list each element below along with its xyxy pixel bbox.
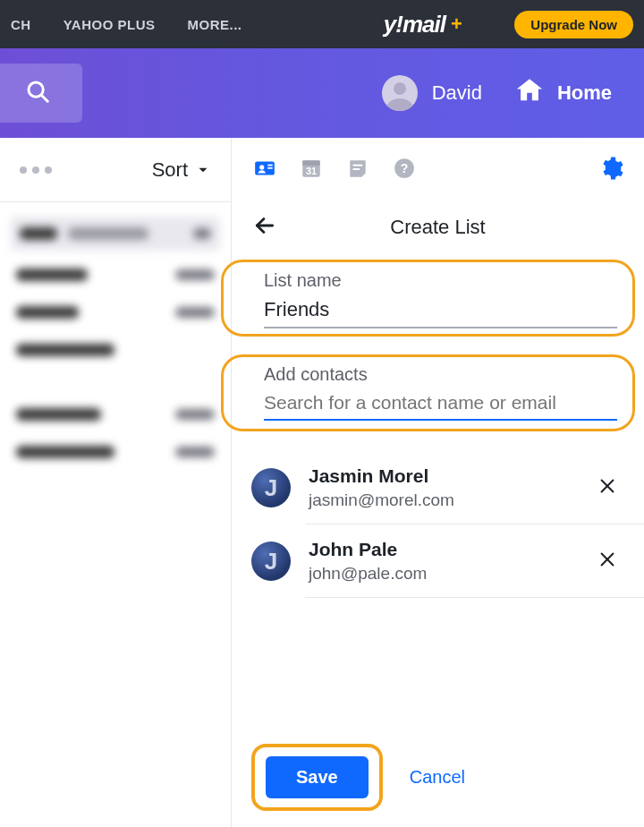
panel-footer: Save Cancel [232, 731, 644, 827]
svg-line-1 [42, 96, 47, 101]
contact-name: Jasmin Morel [309, 465, 454, 487]
chevron-down-icon [195, 162, 211, 178]
upgrade-now-button[interactable]: Upgrade Now [514, 11, 633, 38]
settings-icon[interactable] [597, 155, 624, 185]
nav-item[interactable]: CH [11, 17, 31, 32]
contact-search-input[interactable] [264, 390, 617, 421]
add-contacts-field: Add contacts [232, 361, 644, 421]
calendar-icon[interactable]: 31 [300, 157, 323, 183]
close-icon [597, 476, 617, 496]
avatar-icon [382, 75, 418, 111]
remove-contact-button[interactable] [597, 550, 617, 573]
nav-item[interactable]: YAHOO PLUS [64, 17, 156, 32]
contact-email: john@pale.com [309, 564, 427, 584]
main: Sort 31 ? [0, 138, 644, 827]
contact-email: jasmin@morel.com [309, 490, 454, 510]
contact-row: J Jasmin Morel jasmin@morel.com [232, 451, 644, 524]
contact-avatar: J [251, 468, 291, 507]
back-arrow-icon[interactable] [253, 214, 276, 241]
panel-content: List name Add contacts J Jasmin Morel ja… [232, 252, 644, 731]
contact-row: J John Pale john@pale.com [232, 524, 644, 598]
svg-rect-9 [353, 165, 363, 166]
panel-header: Create List [232, 202, 644, 252]
svg-point-0 [29, 82, 43, 97]
search-icon [24, 78, 51, 108]
user-name: David [432, 81, 482, 105]
create-list-panel: 31 ? Create List List name [231, 138, 644, 827]
list-toolbar: Sort [0, 138, 231, 202]
svg-text:31: 31 [306, 166, 317, 176]
save-button[interactable]: Save [266, 756, 369, 798]
message-list-column: Sort [0, 138, 231, 827]
home-icon [514, 75, 545, 111]
header-bar: David Home [0, 48, 644, 138]
top-bar: CH YAHOO PLUS MORE... y!mail + Upgrade N… [0, 0, 644, 48]
home-label: Home [557, 81, 612, 105]
topbar-nav: CH YAHOO PLUS MORE... [11, 17, 242, 32]
help-icon[interactable]: ? [393, 157, 416, 183]
svg-rect-10 [353, 168, 360, 170]
panel-toolbar: 31 ? [232, 138, 644, 202]
more-icon[interactable] [20, 166, 52, 174]
list-name-field: List name [232, 267, 644, 328]
sort-label: Sort [152, 158, 188, 182]
cancel-button[interactable]: Cancel [410, 767, 465, 788]
svg-point-3 [259, 165, 264, 169]
account-menu[interactable]: David [382, 75, 482, 111]
mail-plus-logo: y!mail + [384, 11, 463, 38]
remove-contact-button[interactable] [597, 476, 617, 499]
svg-text:?: ? [401, 161, 409, 175]
add-contacts-label: Add contacts [264, 364, 617, 385]
logo-text: y!mail [384, 11, 445, 38]
blurred-message-list [0, 202, 231, 471]
list-name-input[interactable] [264, 296, 617, 328]
logo-plus-icon: + [451, 13, 462, 36]
selected-contacts: J Jasmin Morel jasmin@morel.com J John P… [232, 451, 644, 598]
close-icon [597, 550, 617, 569]
search-box[interactable] [0, 64, 82, 123]
svg-rect-4 [267, 165, 272, 166]
highlight-save: Save [251, 744, 383, 811]
contact-avatar: J [251, 541, 291, 581]
nav-item[interactable]: MORE... [187, 17, 242, 32]
sort-button[interactable]: Sort [152, 158, 211, 182]
contact-name: John Pale [309, 539, 427, 560]
svg-rect-5 [267, 167, 272, 169]
notes-icon[interactable] [346, 157, 369, 183]
contacts-icon[interactable] [253, 157, 276, 183]
panel-title: Create List [232, 216, 644, 239]
list-name-label: List name [264, 270, 617, 291]
home-link[interactable]: Home [514, 75, 612, 111]
